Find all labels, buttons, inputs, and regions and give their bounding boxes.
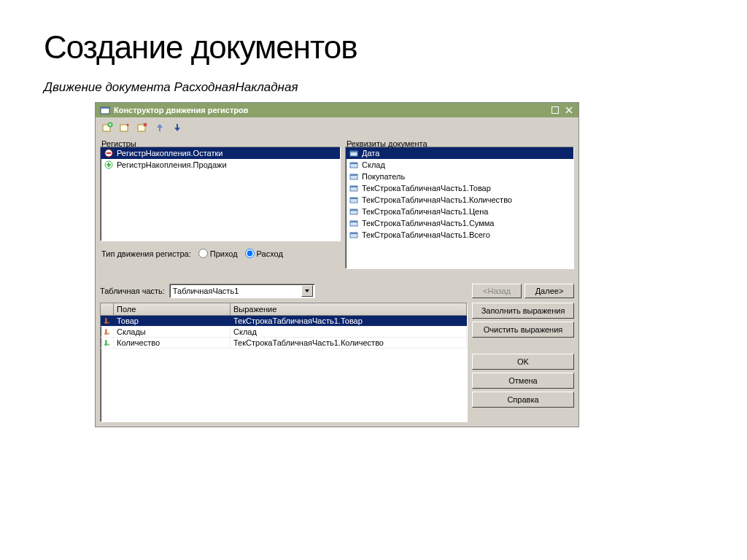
attribute-icon: [349, 230, 359, 240]
svg-rect-20: [350, 174, 357, 176]
expression-grid[interactable]: Поле Выражение ТоварТекСтрокаТабличнаяЧа…: [100, 303, 468, 422]
row-icon-cell: [101, 327, 114, 337]
svg-rect-1: [101, 107, 109, 109]
next-button[interactable]: Далее>: [525, 284, 574, 298]
maximize-button[interactable]: [550, 105, 560, 115]
svg-rect-34: [104, 333, 110, 335]
move-down-button[interactable]: [170, 120, 185, 135]
doc-attr-item[interactable]: ТекСтрокаТабличнаяЧасть1.Всего: [346, 229, 573, 241]
svg-rect-26: [350, 209, 357, 211]
minus-icon: [104, 148, 114, 158]
svg-rect-24: [350, 198, 357, 199]
doc-attr-label: ТекСтрокаТабличнаяЧасть1.Цена: [362, 207, 488, 216]
svg-rect-18: [350, 163, 357, 164]
row-field-cell: Количество: [114, 338, 231, 348]
ok-button[interactable]: OK: [472, 354, 574, 370]
move-type-label: Тип движения регистра:: [101, 249, 191, 258]
attribute-icon: [349, 183, 359, 193]
grid-header-icon: [101, 303, 114, 315]
slide-subtitle: Движение документа РасходнаяНакладная: [44, 80, 703, 95]
radio-expense-label: Расход: [257, 249, 283, 258]
cancel-button[interactable]: Отмена: [472, 373, 574, 389]
svg-rect-16: [350, 151, 357, 152]
doc-attr-label: ТекСтрокаТабличнаяЧасть1.Количество: [362, 195, 512, 204]
row-icon-cell: [101, 338, 114, 348]
doc-attr-item[interactable]: Покупатель: [346, 171, 573, 182]
attribute-icon: [349, 171, 359, 182]
close-button[interactable]: [564, 105, 574, 115]
doc-attr-label: Склад: [362, 160, 385, 169]
doc-attr-item[interactable]: ТекСтрокаТабличнаяЧасть1.Сумма: [346, 217, 573, 229]
row-expr-cell: Склад: [231, 327, 467, 337]
svg-rect-2: [552, 107, 559, 114]
attribute-icon: [349, 160, 359, 170]
clear-expressions-button[interactable]: Очистить выражения: [472, 322, 574, 338]
move-type-row: Тип движения регистра: Приход Расход: [100, 246, 341, 261]
doc-attr-label: Покупатель: [362, 172, 405, 181]
window-title: Конструктор движения регистров: [114, 106, 546, 114]
move-up-button[interactable]: [152, 120, 167, 135]
grid-header: Поле Выражение: [101, 303, 467, 316]
register-item-label: РегистрНакопления.Остатки: [117, 149, 222, 158]
tabular-part-combo[interactable]: ТабличнаяЧасть1: [169, 284, 315, 298]
dialog-window: Конструктор движения регистров + Регистр…: [95, 102, 579, 427]
toolbar: +: [96, 117, 578, 138]
table-row[interactable]: ТоварТекСтрокаТабличнаяЧасть1.Товар: [101, 316, 467, 327]
register-item[interactable]: РегистрНакопления.Продажи: [101, 159, 340, 171]
doc-attr-item[interactable]: Склад: [346, 159, 573, 171]
svg-rect-22: [350, 186, 357, 187]
doc-attr-item[interactable]: ТекСтрокаТабличнаяЧасть1.Количество: [346, 194, 573, 206]
help-button[interactable]: Справка: [472, 392, 574, 408]
doc-attr-item[interactable]: ТекСтрокаТабличнаяЧасть1.Цена: [346, 206, 573, 217]
attribute-icon: [349, 218, 359, 228]
register-item[interactable]: РегистрНакопления.Остатки: [101, 147, 340, 159]
row-expr-cell: ТекСтрокаТабличнаяЧасть1.Товар: [231, 316, 467, 326]
chevron-down-icon[interactable]: [301, 285, 313, 297]
doc-attrs-list[interactable]: ДатаСкладПокупательТекСтрокаТабличнаяЧас…: [345, 147, 574, 269]
doc-attr-label: ТекСтрокаТабличнаяЧасть1.Сумма: [362, 219, 494, 228]
doc-attr-label: Дата: [362, 149, 379, 158]
svg-rect-28: [350, 221, 357, 222]
add-register-button[interactable]: [100, 120, 115, 135]
grid-header-expr: Выражение: [231, 303, 467, 315]
svg-rect-30: [350, 233, 357, 234]
row-field-cell: Склады: [114, 327, 231, 337]
button-column: Заполнить выражения Очистить выражения O…: [472, 303, 574, 422]
svg-rect-36: [104, 344, 110, 346]
table-row[interactable]: СкладыСклад: [101, 327, 467, 338]
svg-rect-32: [104, 322, 110, 324]
slide-title: Создание документов: [44, 29, 703, 66]
radio-income[interactable]: Приход: [198, 249, 238, 258]
row-field-cell: Товар: [114, 316, 231, 326]
row-icon-cell: [101, 316, 114, 326]
add-x-button[interactable]: +: [117, 120, 132, 135]
plus-icon: [104, 160, 114, 170]
fill-expressions-button[interactable]: Заполнить выражения: [472, 303, 574, 319]
svg-rect-14: [107, 164, 111, 166]
tabular-part-label: Табличная часть:: [100, 287, 165, 295]
tabular-part-value: ТабличнаяЧасть1: [173, 287, 301, 295]
doc-attr-item[interactable]: ТекСтрокаТабличнаяЧасть1.Товар: [346, 182, 573, 194]
row-expr-cell: ТекСтрокаТабличнаяЧасть1.Количество: [231, 338, 467, 348]
attribute-icon: [349, 206, 359, 217]
doc-attr-item[interactable]: Дата: [346, 147, 573, 159]
radio-expense[interactable]: Расход: [245, 249, 283, 258]
back-button[interactable]: <Назад: [472, 284, 522, 298]
attribute-icon: [349, 148, 359, 158]
doc-attrs-label: Реквизиты документа: [347, 139, 576, 148]
doc-attr-label: ТекСтрокаТабличнаяЧасть1.Товар: [362, 184, 491, 192]
doc-attr-label: ТекСтрокаТабличнаяЧасть1.Всего: [362, 230, 490, 239]
register-item-label: РегистрНакопления.Продажи: [117, 160, 227, 169]
delete-x-button[interactable]: [135, 120, 150, 135]
svg-text:+: +: [126, 122, 129, 128]
registers-label: Регистры: [101, 139, 342, 148]
table-row[interactable]: КоличествоТекСтрокаТабличнаяЧасть1.Колич…: [101, 338, 467, 349]
titlebar: Конструктор движения регистров: [96, 103, 578, 117]
app-icon: [100, 105, 110, 115]
registers-list[interactable]: РегистрНакопления.Остатки РегистрНакопле…: [100, 147, 341, 241]
svg-rect-11: [107, 152, 111, 154]
radio-income-label: Приход: [210, 249, 238, 258]
grid-header-field: Поле: [114, 303, 231, 315]
attribute-icon: [349, 195, 359, 205]
